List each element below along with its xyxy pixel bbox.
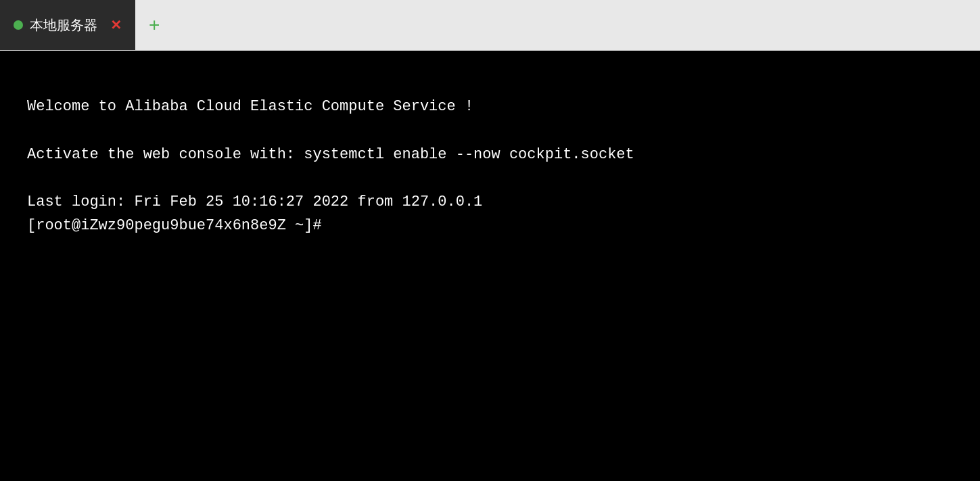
- tab-label: 本地服务器: [30, 16, 103, 35]
- terminal[interactable]: Welcome to Alibaba Cloud Elastic Compute…: [0, 51, 980, 481]
- add-tab-button[interactable]: +: [135, 0, 173, 50]
- tab-status-dot: [14, 20, 23, 30]
- terminal-line: [27, 71, 953, 95]
- active-tab[interactable]: 本地服务器 ✕: [0, 0, 135, 50]
- terminal-line: [root@iZwz90pegu9bue74x6n8e9Z ~]#: [27, 214, 953, 237]
- terminal-line: Welcome to Alibaba Cloud Elastic Compute…: [27, 95, 953, 118]
- terminal-line: [27, 166, 953, 190]
- terminal-line: Last login: Fri Feb 25 10:16:27 2022 fro…: [27, 190, 953, 214]
- terminal-line: Activate the web console with: systemctl…: [27, 143, 953, 166]
- tab-close-button[interactable]: ✕: [110, 17, 122, 33]
- tab-bar: 本地服务器 ✕ +: [0, 0, 980, 51]
- terminal-line: [27, 118, 953, 142]
